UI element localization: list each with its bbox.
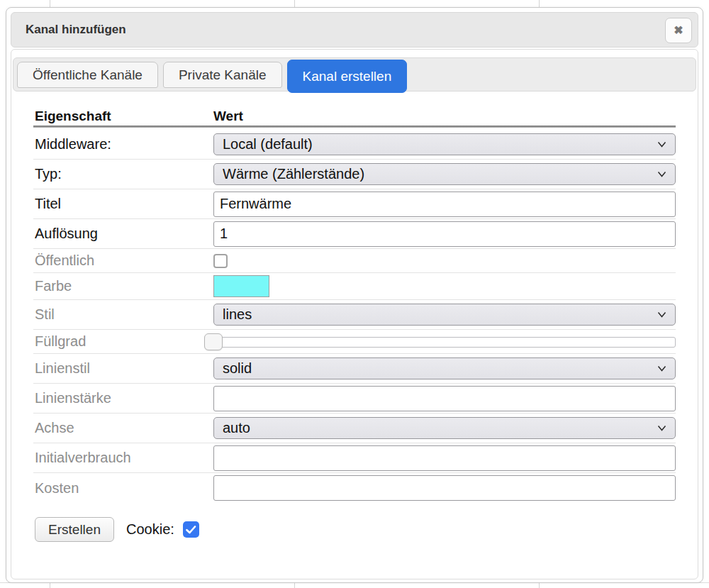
form-row-middleware: Middleware:Local (default)	[33, 130, 676, 160]
middleware-label: Middleware:	[33, 136, 213, 152]
middleware-control: Local (default)	[213, 133, 676, 155]
farbe-control	[213, 275, 676, 297]
oeffentlich-label: Öffentlich	[33, 253, 213, 269]
linienstil-label: Linienstil	[33, 360, 213, 377]
kosten-input[interactable]	[213, 475, 676, 501]
fuellgrad-label: Füllgrad	[33, 333, 213, 350]
initialverbrauch-label: Initialverbrauch	[33, 450, 213, 466]
titel-control	[213, 192, 676, 217]
fuellgrad-slider-track[interactable]	[213, 337, 676, 348]
aufloesung-label: Auflösung	[33, 226, 213, 242]
fuellgrad-control	[213, 330, 676, 354]
initialverbrauch-control	[213, 445, 676, 471]
form-row-kosten: Kosten	[33, 473, 676, 503]
farbe-color-swatch[interactable]	[213, 275, 269, 297]
cookie-checkbox[interactable]	[183, 521, 199, 538]
stil-label: Stil	[33, 306, 213, 323]
header-eigenschaft: Eigenschaft	[33, 109, 213, 124]
form-row-fuellgrad: Füllgrad	[33, 330, 676, 354]
achse-label: Achse	[33, 420, 213, 436]
erstellen-button[interactable]: Erstellen	[35, 517, 114, 542]
stil-select[interactable]: lines	[213, 304, 676, 326]
typ-control: Wärme (Zählerstände)	[213, 163, 676, 185]
oeffentlich-control	[213, 254, 676, 268]
form-row-linienstil: Linienstilsolid	[33, 354, 676, 384]
checkmark-icon	[186, 526, 196, 534]
achse-control: auto	[213, 417, 676, 439]
kanal-hinzufuegen-dialog: Kanal hinzufügen ✖ Öffentliche Kanäle Pr…	[6, 7, 703, 583]
dialog-titlebar: Kanal hinzufügen ✖	[11, 12, 698, 48]
cookie-label: Cookie:	[126, 521, 174, 538]
form-row-initialverbrauch: Initialverbrauch	[33, 443, 676, 473]
titel-label: Titel	[33, 196, 213, 212]
header-rule	[33, 126, 676, 128]
tab-oeffentliche-kanaele[interactable]: Öffentliche Kanäle	[17, 62, 158, 88]
achse-select-value: auto	[223, 420, 657, 436]
linienstil-control: solid	[213, 357, 676, 379]
tab-bar: Öffentliche Kanäle Private Kanäle Kanal …	[13, 57, 696, 91]
close-button[interactable]: ✖	[665, 18, 692, 43]
form-row-oeffentlich: Öffentlich	[33, 249, 676, 273]
aufloesung-control	[213, 221, 676, 247]
chevron-down-icon	[657, 425, 666, 431]
fuellgrad-slider	[213, 330, 676, 354]
form-row-farbe: Farbe	[33, 273, 676, 300]
form-row-achse: Achseauto	[33, 414, 676, 443]
linienstaerke-label: Linienstärke	[33, 390, 213, 406]
aufloesung-input[interactable]	[213, 221, 676, 247]
tab-kanal-erstellen[interactable]: Kanal erstellen	[287, 60, 408, 93]
form-row-linienstaerke: Linienstärke	[33, 384, 676, 414]
stil-control: lines	[213, 304, 676, 326]
dialog-content: Öffentliche Kanäle Private Kanäle Kanal …	[11, 49, 698, 579]
chevron-down-icon	[657, 171, 666, 177]
farbe-label: Farbe	[33, 278, 213, 294]
titel-input[interactable]	[213, 192, 676, 217]
form-row-typ: Typ:Wärme (Zählerstände)	[33, 160, 676, 189]
linienstil-select-value: solid	[223, 360, 657, 377]
middleware-select[interactable]: Local (default)	[213, 133, 676, 155]
form-row-stil: Stillines	[33, 300, 676, 330]
oeffentlich-checkbox[interactable]	[213, 254, 228, 268]
page-background: Kanal hinzufügen ✖ Öffentliche Kanäle Pr…	[0, 0, 709, 588]
channel-form: Eigenschaft Wert Middleware:Local (defau…	[33, 107, 676, 542]
form-row-titel: Titel	[33, 189, 676, 219]
kosten-control	[213, 475, 676, 501]
close-icon: ✖	[674, 25, 683, 36]
linienstaerke-input[interactable]	[213, 386, 676, 411]
form-header: Eigenschaft Wert	[33, 107, 676, 126]
typ-select[interactable]: Wärme (Zählerstände)	[213, 163, 676, 185]
typ-select-value: Wärme (Zählerstände)	[223, 166, 657, 182]
chevron-down-icon	[657, 141, 666, 148]
stil-select-value: lines	[223, 306, 657, 323]
chevron-down-icon	[657, 365, 666, 372]
fuellgrad-slider-handle[interactable]	[204, 333, 223, 350]
linienstil-select[interactable]: solid	[213, 357, 676, 379]
kosten-label: Kosten	[33, 480, 213, 497]
form-actions: Erstellen Cookie:	[33, 517, 676, 542]
middleware-select-value: Local (default)	[223, 136, 657, 152]
achse-select[interactable]: auto	[213, 417, 676, 439]
initialverbrauch-input[interactable]	[213, 445, 676, 471]
dialog-title: Kanal hinzufügen	[11, 23, 126, 37]
typ-label: Typ:	[33, 166, 213, 182]
chevron-down-icon	[657, 311, 666, 318]
tab-private-kanaele[interactable]: Private Kanäle	[163, 62, 282, 88]
header-wert: Wert	[213, 109, 243, 124]
form-row-aufloesung: Auflösung	[33, 219, 676, 249]
linienstaerke-control	[213, 386, 676, 411]
